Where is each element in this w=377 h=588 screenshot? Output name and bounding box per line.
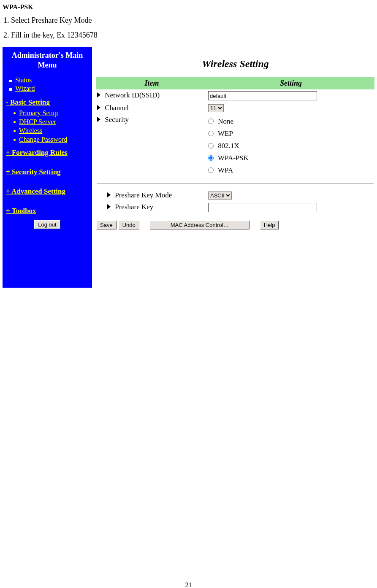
bullet-icon (9, 80, 12, 82)
security-option-wep[interactable]: WEP (208, 128, 374, 140)
radio-wep[interactable] (208, 131, 214, 136)
app-screenshot: Administrator's Main Menu Status Wizard … (3, 47, 374, 288)
security-option-8021x[interactable]: 802.1X (208, 140, 374, 152)
bullet-icon (14, 121, 16, 123)
preshare-key-input[interactable] (208, 203, 317, 212)
sidebar-link-wireless: Wireless (19, 127, 42, 135)
sidebar-item-dhcp-server[interactable]: DHCP Server (14, 118, 89, 126)
row-ssid: Network ID(SSID) (96, 89, 374, 102)
sidebar-title-line2: Menu (38, 61, 57, 69)
security-options: None WEP 802.1X (208, 116, 374, 176)
undo-button[interactable]: Undo (119, 221, 139, 229)
sidebar-item-change-password[interactable]: Change Password (14, 136, 89, 143)
sidebar-section-forwarding[interactable]: + Forwarding Rules (6, 148, 68, 156)
label-security: Security (105, 116, 129, 124)
row-preshare-key-mode: Preshare Key Mode ASCII (96, 189, 374, 201)
mac-address-control-button[interactable]: MAC Address Control… (150, 221, 250, 229)
sidebar-section-basic[interactable]: - Basic Setting (6, 98, 50, 106)
sidebar-section-advanced[interactable]: + Advanced Setting (6, 187, 65, 195)
channel-select[interactable]: 11 (208, 104, 224, 112)
security-option-none[interactable]: None (208, 116, 374, 128)
header-setting: Setting (207, 77, 374, 89)
ssid-input[interactable] (208, 91, 317, 100)
footer: 21 (3, 288, 374, 588)
triangle-icon (97, 117, 100, 122)
label-ssid: Network ID(SSID) (105, 91, 160, 99)
content-pane: Wireless Setting Item Setting Network ID… (92, 47, 374, 288)
radio-label-8021x: 802.1X (218, 142, 239, 150)
save-button[interactable]: Save (96, 221, 117, 229)
sidebar-section-toolbox[interactable]: + Toolbox (6, 207, 36, 215)
radio-none[interactable] (208, 119, 214, 124)
label-channel: Channel (105, 104, 129, 112)
header-item: Item (96, 77, 207, 89)
sidebar-item-wizard[interactable]: Wizard (9, 85, 89, 92)
label-preshare-key: Preshare Key (115, 203, 153, 211)
row-security: Security None WEP (96, 114, 374, 178)
radio-label-wpa: WPA (218, 166, 233, 174)
label-preshare-key-mode: Preshare Key Mode (115, 191, 172, 199)
triangle-icon (97, 92, 100, 97)
security-option-wpapsk[interactable]: WPA-PSK (208, 152, 374, 165)
preshare-key-mode-select[interactable]: ASCII (208, 192, 232, 200)
row-preshare-key: Preshare Key (96, 201, 374, 214)
radio-wpa[interactable] (208, 167, 214, 173)
sidebar-link-primary-setup: Primary Setup (19, 109, 58, 117)
settings-table: Item Setting Network ID(SSID) Chan (96, 77, 374, 214)
triangle-icon (107, 192, 111, 197)
sidebar: Administrator's Main Menu Status Wizard … (3, 47, 92, 288)
sidebar-link-change-password: Change Password (19, 136, 67, 143)
sidebar-title: Administrator's Main Menu (6, 51, 89, 70)
row-channel: Channel 11 (96, 102, 374, 114)
row-separator (96, 178, 374, 189)
page-title: Wireless Setting (96, 58, 374, 70)
help-button[interactable]: Help (260, 221, 279, 229)
sidebar-link-dhcp-server: DHCP Server (19, 118, 56, 126)
divider (97, 183, 374, 183)
triangle-icon (97, 105, 100, 110)
triangle-icon (107, 204, 111, 209)
sidebar-link-wizard: Wizard (15, 85, 35, 92)
sidebar-item-wireless[interactable]: Wireless (14, 127, 89, 135)
button-row: Save Undo MAC Address Control… Help (96, 221, 374, 229)
sidebar-section-security[interactable]: + Security Setting (6, 168, 61, 176)
radio-label-wep: WEP (218, 129, 233, 138)
bullet-icon (14, 139, 16, 141)
bullet-icon (9, 88, 12, 91)
page-number: 21 (3, 581, 374, 588)
radio-label-none: None (218, 117, 233, 125)
radio-8021x[interactable] (208, 143, 214, 148)
bullet-icon (14, 112, 16, 114)
radio-wpapsk[interactable] (208, 155, 214, 161)
sidebar-item-primary-setup[interactable]: Primary Setup (14, 109, 89, 117)
logout-button[interactable]: Log out (34, 220, 60, 229)
sidebar-title-line1: Administrator's Main (12, 51, 83, 59)
doc-heading: WPA-PSK (3, 3, 374, 11)
bullet-icon (14, 130, 16, 132)
sidebar-item-status[interactable]: Status (9, 76, 89, 84)
table-header: Item Setting (96, 77, 374, 89)
doc-step-1: 1. Select Preshare Key Mode (3, 16, 374, 25)
security-option-wpa[interactable]: WPA (208, 165, 374, 177)
radio-label-wpapsk: WPA-PSK (218, 154, 249, 162)
doc-step-2: 2. Fill in the key, Ex 12345678 (3, 31, 374, 40)
sidebar-link-status: Status (15, 76, 32, 84)
